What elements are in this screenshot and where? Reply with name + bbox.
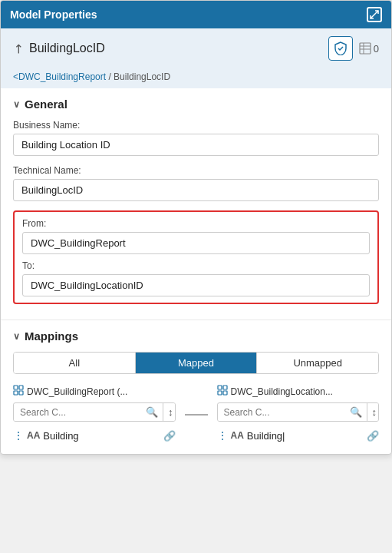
expand-button[interactable] (367, 7, 382, 22)
general-chevron-icon[interactable]: ∨ (13, 99, 20, 110)
tab-unmapped[interactable]: Unmapped (257, 353, 378, 373)
left-grid-icon (13, 385, 24, 398)
left-dots-icon[interactable]: ⋮ (13, 429, 24, 442)
technical-name-label: Technical Name: (13, 165, 379, 176)
from-to-box: From: To: (13, 210, 379, 304)
left-row-content: ⋮ AA Building (13, 429, 160, 442)
right-mapping-name: Building| (247, 430, 285, 442)
right-link-icon[interactable]: 🔗 (367, 430, 379, 442)
right-search-row: 🔍 ↕ (217, 402, 380, 422)
breadcrumb-current: BuildingLocID (114, 71, 170, 82)
svg-line-0 (371, 11, 378, 18)
left-link-icon[interactable]: 🔗 (163, 430, 176, 442)
left-mapping-name: Building (43, 430, 78, 442)
svg-rect-11 (218, 391, 222, 395)
left-sort-button[interactable]: ↕ (163, 403, 176, 421)
svg-rect-10 (223, 386, 227, 389)
right-aa-icon: AA (231, 430, 244, 441)
svg-rect-9 (218, 386, 222, 389)
technical-name-input[interactable] (13, 179, 379, 201)
to-label: To: (22, 260, 370, 271)
table-count: 0 (374, 43, 379, 55)
model-properties-panel: Model Properties ↗ BuildingLocID (0, 0, 392, 455)
business-name-input[interactable] (13, 134, 379, 156)
mappings-chevron-icon[interactable]: ∨ (13, 331, 20, 342)
left-aa-icon: AA (27, 430, 40, 441)
to-field: To: (22, 260, 370, 296)
svg-rect-1 (360, 43, 371, 54)
svg-rect-6 (19, 386, 23, 389)
breadcrumb-separator: / (106, 71, 114, 82)
mappings-label: Mappings (25, 329, 78, 343)
svg-rect-5 (14, 386, 18, 389)
entity-arrow-icon: ↗ (9, 40, 27, 58)
panel-header: Model Properties (1, 1, 391, 28)
right-dots-icon[interactable]: ⋮ (217, 429, 228, 442)
breadcrumb: <DWC_BuildingReport / BuildingLocID (1, 68, 391, 88)
svg-rect-12 (223, 391, 227, 395)
right-sort-button[interactable]: ↕ (367, 403, 380, 421)
from-field: From: (22, 218, 370, 254)
business-name-label: Business Name: (13, 120, 379, 131)
mapping-right-col: DWC_BuildingLocation... 🔍 ↕ ⋮ AA Buildin… (217, 385, 380, 445)
right-col-title: DWC_BuildingLocation... (231, 386, 333, 397)
right-col-header: DWC_BuildingLocation... (217, 385, 380, 398)
general-section-title: ∨ General (13, 98, 379, 111)
left-col-header: DWC_BuildingReport (... (13, 385, 176, 398)
left-col-title: DWC_BuildingReport (... (27, 386, 127, 397)
general-label: General (25, 98, 68, 111)
from-input[interactable] (22, 232, 370, 254)
business-name-field: Business Name: (13, 120, 379, 156)
breadcrumb-link[interactable]: <DWC_BuildingReport (13, 71, 106, 82)
entity-header: ↗ BuildingLocID 0 (1, 28, 391, 68)
from-label: From: (22, 218, 370, 229)
mapping-left-col: DWC_BuildingReport (... 🔍 ↕ ⋮ AA Buildin… (13, 385, 176, 445)
right-row-content: ⋮ AA Building| 🔗 (217, 429, 380, 442)
left-search-button[interactable]: 🔍 (141, 403, 163, 421)
tab-bar: All Mapped Unmapped (13, 352, 379, 374)
mapping-columns: DWC_BuildingReport (... 🔍 ↕ ⋮ AA Buildin… (13, 385, 379, 445)
connector (185, 385, 208, 445)
to-input[interactable] (22, 274, 370, 296)
tab-all[interactable]: All (14, 353, 136, 373)
connector-line (185, 414, 208, 416)
right-grid-icon (217, 385, 228, 398)
mappings-section: ∨ Mappings All Mapped Unmapped (1, 320, 391, 454)
table-count-button[interactable]: 0 (359, 42, 379, 55)
tab-mapped[interactable]: Mapped (136, 353, 258, 373)
right-search-input[interactable] (218, 404, 345, 421)
entity-title-row: ↗ BuildingLocID (13, 41, 105, 56)
entity-name: BuildingLocID (29, 41, 105, 55)
right-search-button[interactable]: 🔍 (345, 403, 367, 421)
left-search-row: 🔍 ↕ (13, 402, 176, 422)
shield-button[interactable] (328, 36, 353, 61)
entity-actions: 0 (328, 36, 379, 61)
left-mapping-row: ⋮ AA Building 🔗 (13, 426, 176, 445)
svg-rect-7 (14, 391, 18, 395)
panel-title: Model Properties (10, 8, 97, 21)
technical-name-field: Technical Name: (13, 165, 379, 201)
general-section: ∨ General Business Name: Technical Name:… (1, 88, 391, 320)
right-mapping-row: ⋮ AA Building| 🔗 (217, 426, 380, 445)
right-row-inner: ⋮ AA Building| (217, 429, 285, 442)
left-search-input[interactable] (14, 404, 141, 421)
svg-rect-8 (19, 391, 23, 395)
mappings-section-title: ∨ Mappings (13, 329, 379, 343)
